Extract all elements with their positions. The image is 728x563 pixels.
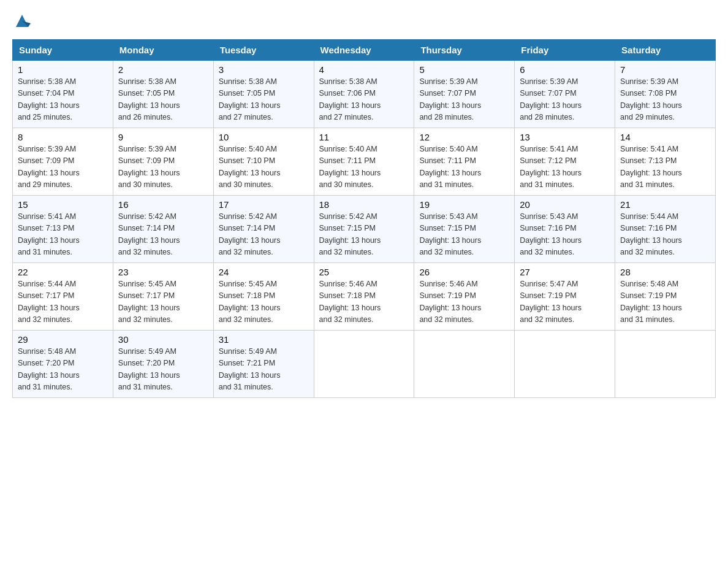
- weekday-header-sunday: Sunday: [13, 40, 113, 61]
- day-info: Sunrise: 5:46 AMSunset: 7:19 PMDaylight:…: [419, 280, 481, 324]
- weekday-header-friday: Friday: [515, 40, 615, 61]
- calendar-cell: 14 Sunrise: 5:41 AMSunset: 7:13 PMDaylig…: [615, 128, 716, 196]
- weekday-header-row: SundayMondayTuesdayWednesdayThursdayFrid…: [13, 40, 716, 61]
- day-info: Sunrise: 5:43 AMSunset: 7:16 PMDaylight:…: [520, 212, 582, 256]
- day-number: 20: [520, 199, 610, 210]
- calendar-cell: 29 Sunrise: 5:48 AMSunset: 7:20 PMDaylig…: [13, 331, 113, 398]
- day-info: Sunrise: 5:38 AMSunset: 7:05 PMDaylight:…: [219, 77, 281, 121]
- day-number: 12: [419, 132, 509, 142]
- day-number: 4: [319, 64, 409, 75]
- day-number: 29: [18, 334, 108, 345]
- calendar-cell: 23 Sunrise: 5:45 AMSunset: 7:17 PMDaylig…: [113, 263, 213, 331]
- day-number: 21: [620, 199, 710, 210]
- day-number: 9: [118, 132, 208, 142]
- day-info: Sunrise: 5:40 AMSunset: 7:11 PMDaylight:…: [319, 145, 381, 189]
- calendar-cell: 18 Sunrise: 5:42 AMSunset: 7:15 PMDaylig…: [314, 196, 414, 263]
- calendar-cell: 17 Sunrise: 5:42 AMSunset: 7:14 PMDaylig…: [213, 196, 314, 263]
- day-info: Sunrise: 5:39 AMSunset: 7:09 PMDaylight:…: [118, 145, 180, 189]
- day-info: Sunrise: 5:39 AMSunset: 7:07 PMDaylight:…: [520, 77, 582, 121]
- calendar-cell: 26 Sunrise: 5:46 AMSunset: 7:19 PMDaylig…: [414, 263, 515, 331]
- calendar-table: SundayMondayTuesdayWednesdayThursdayFrid…: [12, 39, 716, 398]
- weekday-header-wednesday: Wednesday: [314, 40, 414, 61]
- calendar-cell: 25 Sunrise: 5:46 AMSunset: 7:18 PMDaylig…: [314, 263, 414, 331]
- day-number: 31: [219, 334, 309, 345]
- calendar-cell: [515, 331, 615, 398]
- logo-icon: [13, 12, 31, 29]
- calendar-cell: 30 Sunrise: 5:49 AMSunset: 7:20 PMDaylig…: [113, 331, 213, 398]
- day-info: Sunrise: 5:38 AMSunset: 7:06 PMDaylight:…: [319, 77, 381, 121]
- calendar-cell: [615, 331, 716, 398]
- day-number: 22: [18, 267, 108, 277]
- calendar-cell: 22 Sunrise: 5:44 AMSunset: 7:17 PMDaylig…: [13, 263, 113, 331]
- day-info: Sunrise: 5:43 AMSunset: 7:15 PMDaylight:…: [419, 212, 481, 256]
- calendar-cell: 2 Sunrise: 5:38 AMSunset: 7:05 PMDayligh…: [113, 61, 213, 128]
- weekday-header-monday: Monday: [113, 40, 213, 61]
- day-number: 11: [319, 132, 409, 142]
- calendar-cell: [314, 331, 414, 398]
- weekday-header-thursday: Thursday: [414, 40, 515, 61]
- calendar-cell: [414, 331, 515, 398]
- calendar-week-row: 1 Sunrise: 5:38 AMSunset: 7:04 PMDayligh…: [13, 61, 716, 128]
- calendar-cell: 8 Sunrise: 5:39 AMSunset: 7:09 PMDayligh…: [13, 128, 113, 196]
- day-number: 13: [520, 132, 610, 142]
- calendar-cell: 15 Sunrise: 5:41 AMSunset: 7:13 PMDaylig…: [13, 196, 113, 263]
- day-info: Sunrise: 5:40 AMSunset: 7:10 PMDaylight:…: [219, 145, 281, 189]
- day-info: Sunrise: 5:41 AMSunset: 7:13 PMDaylight:…: [18, 212, 80, 256]
- calendar-cell: 1 Sunrise: 5:38 AMSunset: 7:04 PMDayligh…: [13, 61, 113, 128]
- day-info: Sunrise: 5:42 AMSunset: 7:14 PMDaylight:…: [118, 212, 180, 256]
- day-info: Sunrise: 5:48 AMSunset: 7:19 PMDaylight:…: [620, 280, 682, 324]
- day-info: Sunrise: 5:46 AMSunset: 7:18 PMDaylight:…: [319, 280, 381, 324]
- calendar-cell: 6 Sunrise: 5:39 AMSunset: 7:07 PMDayligh…: [515, 61, 615, 128]
- calendar-cell: 27 Sunrise: 5:47 AMSunset: 7:19 PMDaylig…: [515, 263, 615, 331]
- day-number: 28: [620, 267, 710, 277]
- day-number: 8: [18, 132, 108, 142]
- calendar-cell: 19 Sunrise: 5:43 AMSunset: 7:15 PMDaylig…: [414, 196, 515, 263]
- day-info: Sunrise: 5:39 AMSunset: 7:09 PMDaylight:…: [18, 145, 80, 189]
- day-number: 27: [520, 267, 610, 277]
- weekday-header-saturday: Saturday: [615, 40, 716, 61]
- calendar-week-row: 8 Sunrise: 5:39 AMSunset: 7:09 PMDayligh…: [13, 128, 716, 196]
- calendar-cell: 9 Sunrise: 5:39 AMSunset: 7:09 PMDayligh…: [113, 128, 213, 196]
- day-number: 7: [620, 64, 710, 75]
- day-info: Sunrise: 5:44 AMSunset: 7:16 PMDaylight:…: [620, 212, 682, 256]
- day-info: Sunrise: 5:42 AMSunset: 7:15 PMDaylight:…: [319, 212, 381, 256]
- day-number: 6: [520, 64, 610, 75]
- day-info: Sunrise: 5:44 AMSunset: 7:17 PMDaylight:…: [18, 280, 80, 324]
- day-info: Sunrise: 5:45 AMSunset: 7:17 PMDaylight:…: [118, 280, 180, 324]
- calendar-cell: 3 Sunrise: 5:38 AMSunset: 7:05 PMDayligh…: [213, 61, 314, 128]
- day-number: 18: [319, 199, 409, 210]
- page-header: [12, 12, 716, 29]
- day-number: 26: [419, 267, 509, 277]
- day-info: Sunrise: 5:49 AMSunset: 7:21 PMDaylight:…: [219, 347, 281, 391]
- calendar-cell: 21 Sunrise: 5:44 AMSunset: 7:16 PMDaylig…: [615, 196, 716, 263]
- day-number: 24: [219, 267, 309, 277]
- day-number: 30: [118, 334, 208, 345]
- day-info: Sunrise: 5:49 AMSunset: 7:20 PMDaylight:…: [118, 347, 180, 391]
- day-info: Sunrise: 5:39 AMSunset: 7:07 PMDaylight:…: [419, 77, 481, 121]
- day-number: 15: [18, 199, 108, 210]
- calendar-cell: 7 Sunrise: 5:39 AMSunset: 7:08 PMDayligh…: [615, 61, 716, 128]
- day-info: Sunrise: 5:38 AMSunset: 7:05 PMDaylight:…: [118, 77, 180, 121]
- day-info: Sunrise: 5:38 AMSunset: 7:04 PMDaylight:…: [18, 77, 80, 121]
- calendar-cell: 5 Sunrise: 5:39 AMSunset: 7:07 PMDayligh…: [414, 61, 515, 128]
- day-number: 19: [419, 199, 509, 210]
- day-number: 2: [118, 64, 208, 75]
- day-info: Sunrise: 5:39 AMSunset: 7:08 PMDaylight:…: [620, 77, 682, 121]
- day-number: 3: [219, 64, 309, 75]
- calendar-cell: 12 Sunrise: 5:40 AMSunset: 7:11 PMDaylig…: [414, 128, 515, 196]
- calendar-cell: 20 Sunrise: 5:43 AMSunset: 7:16 PMDaylig…: [515, 196, 615, 263]
- calendar-week-row: 29 Sunrise: 5:48 AMSunset: 7:20 PMDaylig…: [13, 331, 716, 398]
- day-info: Sunrise: 5:41 AMSunset: 7:12 PMDaylight:…: [520, 145, 582, 189]
- calendar-cell: 11 Sunrise: 5:40 AMSunset: 7:11 PMDaylig…: [314, 128, 414, 196]
- day-number: 1: [18, 64, 108, 75]
- day-info: Sunrise: 5:41 AMSunset: 7:13 PMDaylight:…: [620, 145, 682, 189]
- calendar-cell: 16 Sunrise: 5:42 AMSunset: 7:14 PMDaylig…: [113, 196, 213, 263]
- day-info: Sunrise: 5:48 AMSunset: 7:20 PMDaylight:…: [18, 347, 80, 391]
- calendar-cell: 13 Sunrise: 5:41 AMSunset: 7:12 PMDaylig…: [515, 128, 615, 196]
- calendar-cell: 10 Sunrise: 5:40 AMSunset: 7:10 PMDaylig…: [213, 128, 314, 196]
- logo: [12, 12, 31, 29]
- day-number: 14: [620, 132, 710, 142]
- calendar-cell: 31 Sunrise: 5:49 AMSunset: 7:21 PMDaylig…: [213, 331, 314, 398]
- calendar-week-row: 22 Sunrise: 5:44 AMSunset: 7:17 PMDaylig…: [13, 263, 716, 331]
- day-info: Sunrise: 5:47 AMSunset: 7:19 PMDaylight:…: [520, 280, 582, 324]
